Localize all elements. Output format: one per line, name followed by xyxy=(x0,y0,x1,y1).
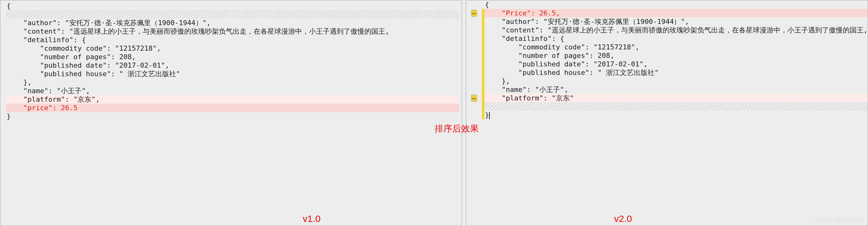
code-text: "platform": "京东", xyxy=(6,95,459,103)
code-line[interactable]: "price": 26.5 xyxy=(6,103,459,112)
code-text: "name": "小王子", xyxy=(485,85,868,94)
code-text: "published house": " 浙江文艺出版社" xyxy=(485,68,868,77)
code-line[interactable]: "number of pages": 208, xyxy=(466,51,868,60)
code-text: "name": "小王子", xyxy=(6,87,459,95)
code-line[interactable]: } xyxy=(466,111,868,119)
code-text xyxy=(485,102,868,111)
code-line[interactable]: }, xyxy=(466,77,868,85)
caption-label: 排序后效果 xyxy=(435,123,479,135)
diff-container: { "author": "安托万·德·圣-埃克苏佩里（1900-1944）", … xyxy=(0,0,868,226)
code-line[interactable] xyxy=(466,102,868,111)
change-bar xyxy=(482,34,485,43)
code-line[interactable]: "published house": " 浙江文艺出版社" xyxy=(6,70,459,78)
code-text: "content": "遥远星球上的小王子，与美丽而骄傲的玫瑰吵架负气出走，在各… xyxy=(485,26,868,34)
watermark-text: CSDN @redcell5 xyxy=(815,216,864,224)
code-text: { xyxy=(485,0,868,9)
code-text: }, xyxy=(6,78,459,87)
code-line[interactable]: "commodity code": "12157218", xyxy=(6,44,459,53)
code-text: }, xyxy=(485,77,868,85)
code-line[interactable]: "content": "遥远星球上的小王子，与美丽而骄傲的玫瑰吵架负气出走，在各… xyxy=(466,26,868,34)
change-bar xyxy=(482,17,485,26)
code-line[interactable]: "published date": "2017-02-01", xyxy=(466,60,868,68)
code-line[interactable] xyxy=(6,10,459,19)
code-line[interactable]: "detailinfo": { xyxy=(6,36,459,44)
change-bar xyxy=(482,85,485,94)
code-line[interactable]: "name": "小王子", xyxy=(6,87,459,95)
code-text: "published house": " 浙江文艺出版社" xyxy=(6,70,459,78)
gutter xyxy=(466,51,482,60)
gutter xyxy=(466,68,482,77)
code-text: "detailinfo": { xyxy=(6,36,459,44)
code-text: "commodity code": "12157218", xyxy=(6,44,459,53)
code-line[interactable]: ⇦ "platform": "京东" xyxy=(466,94,868,102)
code-line[interactable]: { xyxy=(6,2,459,10)
change-bar xyxy=(482,9,485,17)
left-version-label: v1.0 xyxy=(303,214,321,224)
change-bar xyxy=(482,94,485,102)
code-text: "author": "安托万·德·圣-埃克苏佩里（1900-1944）", xyxy=(6,19,459,27)
code-text: "platform": "京东" xyxy=(485,94,868,102)
code-text: } xyxy=(6,112,459,121)
code-line[interactable]: "commodity code": "12157218", xyxy=(466,43,868,51)
code-text: "content": "遥远星球上的小王子，与美丽而骄傲的玫瑰吵架负气出走，在各… xyxy=(6,27,459,36)
arrow-left-icon[interactable]: ⇦ xyxy=(471,95,477,102)
gutter: ⇦ xyxy=(466,9,482,17)
left-pane: { "author": "安托万·德·圣-埃克苏佩里（1900-1944）", … xyxy=(0,0,462,226)
code-line[interactable]: "content": "遥远星球上的小王子，与美丽而骄傲的玫瑰吵架负气出走，在各… xyxy=(6,27,459,36)
code-line[interactable]: } xyxy=(6,112,459,121)
code-line[interactable]: "author": "安托万·德·圣-埃克苏佩里（1900-1944）", xyxy=(6,19,459,27)
code-text: { xyxy=(6,2,459,10)
gutter xyxy=(466,111,482,119)
change-bar xyxy=(482,51,485,60)
code-text: "price": 26.5 xyxy=(6,103,459,112)
change-bar xyxy=(482,0,485,9)
right-version-label: v2.0 xyxy=(614,214,632,224)
gutter xyxy=(466,34,482,43)
code-line[interactable]: { xyxy=(466,0,868,9)
code-line[interactable]: "platform": "京东", xyxy=(6,95,459,103)
gutter xyxy=(466,0,482,9)
code-text: "published date": "2017-02-01", xyxy=(6,61,459,70)
code-line[interactable]: "detailinfo": { xyxy=(466,34,868,43)
code-line[interactable]: "number of pages": 208, xyxy=(6,53,459,61)
change-bar xyxy=(482,26,485,34)
change-bar xyxy=(482,111,485,119)
code-line[interactable]: "published date": "2017-02-01", xyxy=(6,61,459,70)
right-pane: {⇦ "Price": 26.5, "author": "安托万·德·圣-埃克苏… xyxy=(466,0,868,226)
change-bar xyxy=(482,68,485,77)
gutter xyxy=(466,77,482,85)
code-line[interactable]: "published house": " 浙江文艺出版社" xyxy=(466,68,868,77)
code-text: "author": "安托万·德·圣-埃克苏佩里（1900-1944）", xyxy=(485,17,868,26)
code-text: "number of pages": 208, xyxy=(485,51,868,60)
code-text: "Price": 26.5, xyxy=(485,9,868,17)
code-line[interactable]: "author": "安托万·德·圣-埃克苏佩里（1900-1944）", xyxy=(466,17,868,26)
gutter xyxy=(466,43,482,51)
code-line[interactable]: ⇦ "Price": 26.5, xyxy=(466,9,868,17)
change-bar xyxy=(482,43,485,51)
gutter xyxy=(466,17,482,26)
change-bar xyxy=(482,77,485,85)
code-text: "commodity code": "12157218", xyxy=(485,43,868,51)
code-text: "detailinfo": { xyxy=(485,34,868,43)
code-text xyxy=(6,10,459,19)
code-text: } xyxy=(485,111,868,119)
gutter xyxy=(466,60,482,68)
change-bar xyxy=(482,60,485,68)
code-text: "published date": "2017-02-01", xyxy=(485,60,868,68)
change-bar xyxy=(482,102,485,111)
arrow-left-icon[interactable]: ⇦ xyxy=(471,10,477,17)
left-code-area[interactable]: { "author": "安托万·德·圣-埃克苏佩里（1900-1944）", … xyxy=(6,2,459,121)
code-line[interactable]: "name": "小王子", xyxy=(466,85,868,94)
right-code-area[interactable]: {⇦ "Price": 26.5, "author": "安托万·德·圣-埃克苏… xyxy=(466,0,868,119)
code-line[interactable]: }, xyxy=(6,78,459,87)
gutter: ⇦ xyxy=(466,94,482,102)
gutter xyxy=(466,85,482,94)
gutter xyxy=(466,102,482,111)
code-text: "number of pages": 208, xyxy=(6,53,459,61)
gutter xyxy=(466,26,482,34)
text-cursor xyxy=(489,112,490,119)
